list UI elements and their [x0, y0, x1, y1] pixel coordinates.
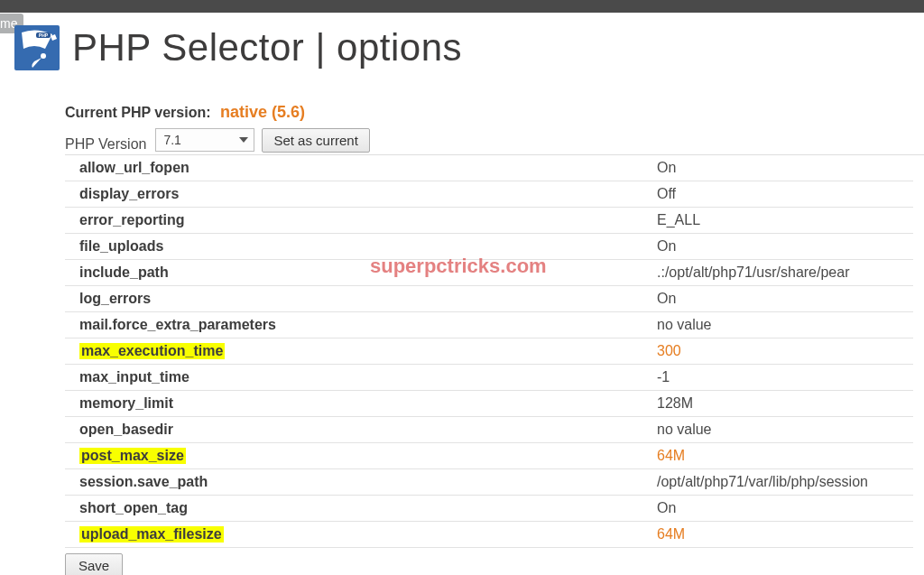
table-row: file_uploadsOn [65, 234, 913, 260]
option-value[interactable]: 300 [642, 339, 913, 365]
option-key: allow_url_fopen [65, 155, 642, 181]
version-row: PHP Version 7.1 Set as current [65, 127, 924, 155]
table-row: max_input_time-1 [65, 365, 913, 391]
option-value[interactable]: On [642, 496, 913, 522]
options-table: allow_url_fopenOndisplay_errorsOfferror_… [65, 155, 913, 548]
option-value[interactable]: On [642, 155, 913, 181]
table-row: post_max_size64M [65, 443, 913, 469]
option-key: include_path [65, 260, 642, 286]
option-key: display_errors [65, 181, 642, 208]
option-value[interactable]: E_ALL [642, 208, 913, 234]
version-label: PHP Version [65, 136, 146, 153]
option-key: session.save_path [65, 469, 642, 496]
option-key: log_errors [65, 286, 642, 312]
chevron-down-icon [239, 137, 248, 143]
option-value[interactable]: 128M [642, 391, 913, 417]
option-key: mail.force_extra_parameters [65, 312, 642, 339]
option-value[interactable]: no value [642, 312, 913, 339]
main-content: Current PHP version: native (5.6) PHP Ve… [0, 103, 924, 575]
table-row: include_path.:/opt/alt/php71/usr/share/p… [65, 260, 913, 286]
table-row: allow_url_fopenOn [65, 155, 913, 181]
page-header: PHP PHP Selector | options [0, 13, 924, 83]
option-key: short_open_tag [65, 496, 642, 522]
option-key: post_max_size [65, 443, 642, 469]
table-row: mail.force_extra_parametersno value [65, 312, 913, 339]
option-value[interactable]: On [642, 286, 913, 312]
current-version-label: Current PHP version: [65, 105, 211, 120]
option-value[interactable]: 64M [642, 522, 913, 548]
option-key: memory_limit [65, 391, 642, 417]
page-title: PHP Selector | options [72, 26, 462, 70]
table-row: short_open_tagOn [65, 496, 913, 522]
table-row: session.save_path/opt/alt/php71/var/lib/… [65, 469, 913, 496]
current-version-value: native (5.6) [220, 103, 305, 121]
php-logo-icon: PHP [14, 25, 60, 70]
save-button[interactable]: Save [65, 553, 123, 575]
option-value[interactable]: On [642, 234, 913, 260]
option-value[interactable]: Off [642, 181, 913, 208]
highlight: upload_max_filesize [79, 526, 224, 543]
option-key: file_uploads [65, 234, 642, 260]
option-value[interactable]: 64M [642, 443, 913, 469]
current-version-line: Current PHP version: native (5.6) [65, 103, 924, 122]
option-key: upload_max_filesize [65, 522, 642, 548]
version-select[interactable]: 7.1 [155, 128, 254, 152]
option-key: error_reporting [65, 208, 642, 234]
option-value[interactable]: /opt/alt/php71/var/lib/php/session [642, 469, 913, 496]
highlight: post_max_size [79, 448, 186, 464]
table-row: display_errorsOff [65, 181, 913, 208]
highlight: max_execution_time [79, 343, 225, 359]
svg-text:PHP: PHP [39, 32, 49, 38]
set-as-current-button[interactable]: Set as current [262, 128, 369, 153]
top-bar [0, 0, 924, 13]
version-select-value: 7.1 [163, 133, 180, 147]
table-row: log_errorsOn [65, 286, 913, 312]
table-row: open_basedirno value [65, 417, 913, 443]
table-row: max_execution_time300 [65, 339, 913, 365]
table-row: upload_max_filesize64M [65, 522, 913, 548]
option-key: max_input_time [65, 365, 642, 391]
option-key: open_basedir [65, 417, 642, 443]
table-row: memory_limit128M [65, 391, 913, 417]
option-value[interactable]: no value [642, 417, 913, 443]
option-value[interactable]: .:/opt/alt/php71/usr/share/pear [642, 260, 913, 286]
table-row: error_reportingE_ALL [65, 208, 913, 234]
option-key: max_execution_time [65, 339, 642, 365]
option-value[interactable]: -1 [642, 365, 913, 391]
